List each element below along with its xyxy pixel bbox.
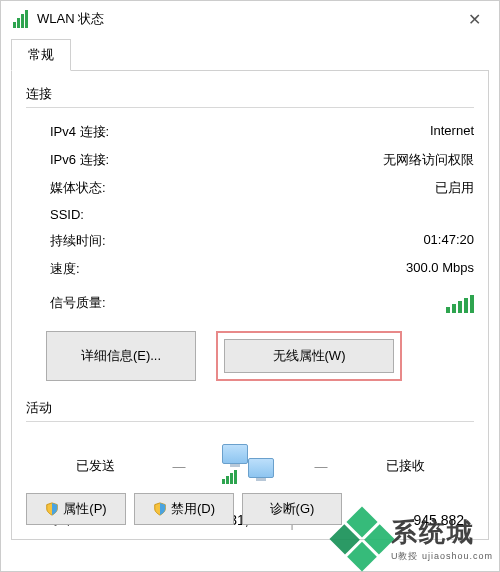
speed-value: 300.0 Mbps	[406, 260, 474, 278]
signal-strength-icon	[444, 293, 474, 313]
media-row: 媒体状态: 已启用	[26, 174, 474, 202]
activity-body: 已发送 — — 已接收	[26, 432, 474, 494]
media-label: 媒体状态:	[50, 179, 106, 197]
shield-icon	[153, 502, 167, 516]
ssid-row: SSID:	[26, 202, 474, 227]
titlebar: WLAN 状态 ✕	[1, 1, 499, 37]
activity-divider: —	[164, 459, 194, 474]
sent-label: 已发送	[50, 457, 140, 475]
ipv4-row: IPv4 连接: Internet	[26, 118, 474, 146]
properties-button[interactable]: 属性(P)	[26, 493, 126, 525]
divider	[26, 107, 474, 108]
disable-label: 禁用(D)	[171, 500, 215, 518]
ipv4-label: IPv4 连接:	[50, 123, 109, 141]
connection-buttons: 详细信息(E)... 无线属性(W)	[26, 327, 474, 399]
highlight-box: 无线属性(W)	[216, 331, 402, 381]
diagnose-label: 诊断(G)	[270, 500, 315, 518]
media-value: 已启用	[435, 179, 474, 197]
signal-label: 信号质量:	[50, 294, 106, 312]
close-button[interactable]: ✕	[451, 4, 497, 34]
speed-row: 速度: 300.0 Mbps	[26, 255, 474, 283]
ipv6-value: 无网络访问权限	[383, 151, 474, 169]
ssid-label: SSID:	[50, 207, 84, 222]
activity-section-title: 活动	[26, 399, 474, 417]
connection-section-title: 连接	[26, 85, 474, 103]
watermark-sub: U教授 ujiaoshou.com	[391, 550, 493, 563]
divider	[26, 421, 474, 422]
diagnose-button[interactable]: 诊断(G)	[242, 493, 342, 525]
wlan-status-window: WLAN 状态 ✕ 常规 连接 IPv4 连接: Internet IPv6 连…	[0, 0, 500, 572]
speed-label: 速度:	[50, 260, 80, 278]
bottom-buttons: 属性(P) 禁用(D) 诊断(G)	[26, 493, 342, 525]
properties-label: 属性(P)	[63, 500, 106, 518]
signal-row: 信号质量:	[26, 283, 474, 327]
disable-button[interactable]: 禁用(D)	[134, 493, 234, 525]
window-title: WLAN 状态	[37, 10, 451, 28]
recv-label: 已接收	[360, 457, 450, 475]
shield-icon	[45, 502, 59, 516]
duration-label: 持续时间:	[50, 232, 106, 250]
ipv6-label: IPv6 连接:	[50, 151, 109, 169]
tab-content: 连接 IPv4 连接: Internet IPv6 连接: 无网络访问权限 媒体…	[11, 70, 489, 540]
activity-divider: —	[306, 459, 336, 474]
ipv4-value: Internet	[430, 123, 474, 141]
duration-value: 01:47:20	[423, 232, 474, 250]
network-activity-icon	[218, 444, 282, 488]
details-button[interactable]: 详细信息(E)...	[46, 331, 196, 381]
wifi-icon	[13, 10, 31, 28]
ipv6-row: IPv6 连接: 无网络访问权限	[26, 146, 474, 174]
tab-general[interactable]: 常规	[11, 39, 71, 71]
duration-row: 持续时间: 01:47:20	[26, 227, 474, 255]
wireless-properties-button[interactable]: 无线属性(W)	[224, 339, 394, 373]
tab-strip: 常规	[1, 37, 499, 71]
